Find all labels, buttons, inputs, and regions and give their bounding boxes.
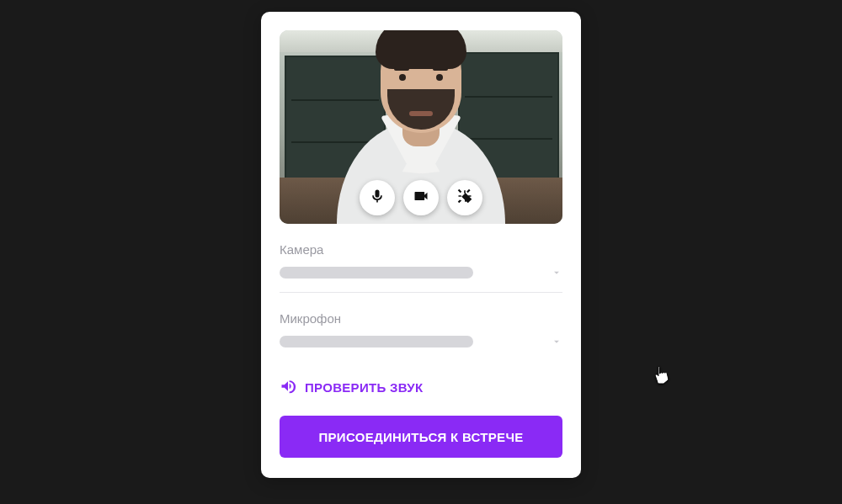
chevron-down-icon: [551, 336, 562, 347]
camera-select-value-placeholder: [280, 267, 473, 279]
camera-preview: [280, 30, 562, 224]
camera-field: Камера: [280, 242, 562, 293]
microphone-select-value-placeholder: [280, 336, 473, 347]
microphone-label: Микрофон: [280, 311, 562, 326]
toggle-microphone-button[interactable]: [360, 180, 395, 215]
toggle-effects-button[interactable]: [447, 180, 482, 215]
pre-join-card: Камера Микрофон ПРОВЕРИТЬ ЗВУК ПРИСОЕДИН…: [261, 12, 581, 478]
microphone-field: Микрофон: [280, 311, 562, 361]
speaker-icon: [280, 378, 296, 397]
check-sound-button[interactable]: ПРОВЕРИТЬ ЗВУК: [280, 378, 562, 397]
microphone-select[interactable]: [280, 336, 562, 347]
camera-label: Камера: [280, 242, 562, 257]
join-meeting-label: ПРИСОЕДИНИТЬСЯ К ВСТРЕЧЕ: [318, 430, 523, 444]
preview-controls: [360, 180, 482, 215]
toggle-camera-button[interactable]: [403, 180, 439, 215]
chevron-down-icon: [551, 267, 562, 279]
microphone-icon: [369, 188, 386, 208]
video-camera-icon: [413, 188, 429, 208]
camera-select[interactable]: [280, 267, 562, 279]
check-sound-label: ПРОВЕРИТЬ ЗВУК: [305, 380, 423, 395]
join-meeting-button[interactable]: ПРИСОЕДИНИТЬСЯ К ВСТРЕЧЕ: [280, 416, 562, 458]
magic-wand-icon: [456, 188, 473, 208]
pointer-cursor-icon: [651, 363, 673, 389]
